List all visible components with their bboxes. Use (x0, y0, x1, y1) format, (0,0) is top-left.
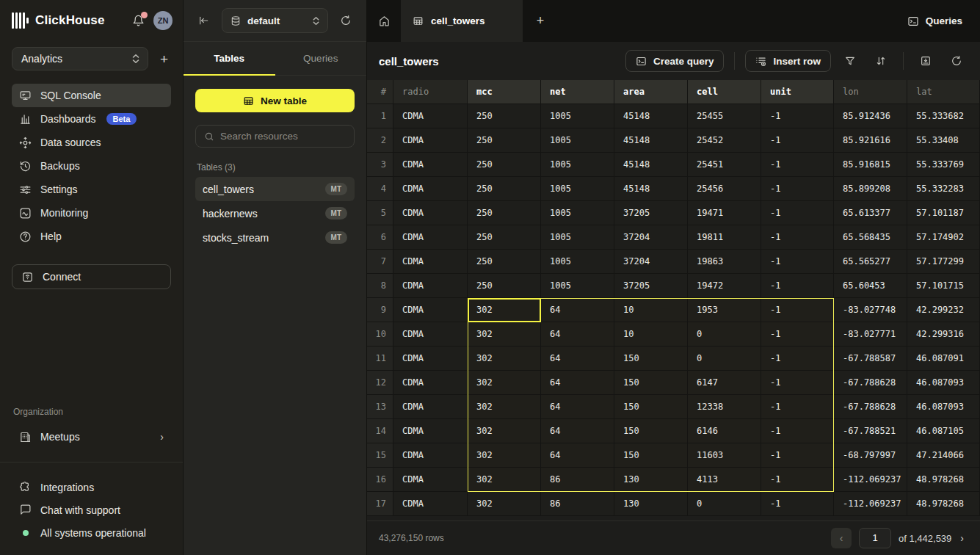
cell-radio[interactable]: CDMA (393, 468, 468, 492)
cell-radio[interactable]: CDMA (393, 274, 468, 298)
cell-radio[interactable]: CDMA (393, 153, 468, 177)
cell-net[interactable]: 64 (541, 419, 614, 443)
row-number[interactable]: 14 (367, 419, 393, 443)
row-number[interactable]: 13 (367, 395, 393, 419)
row-number[interactable]: 2 (367, 128, 393, 153)
tab-cell-towers[interactable]: cell_towers (401, 0, 523, 42)
cell-net[interactable]: 1005 (541, 201, 614, 225)
sort-button[interactable] (869, 50, 893, 72)
cell-cell[interactable]: 6147 (688, 371, 761, 395)
row-number[interactable]: 1 (367, 104, 393, 128)
cell-area[interactable]: 37204 (614, 225, 688, 250)
cell-lon[interactable]: 85.912436 (834, 104, 907, 128)
cell-mcc[interactable]: 302 (468, 371, 541, 395)
cell-lon[interactable]: 85.899208 (834, 177, 907, 201)
cell-net[interactable]: 1005 (541, 104, 614, 128)
next-page-button[interactable]: › (959, 532, 965, 544)
cell-lat[interactable]: 42.299232 (907, 298, 980, 322)
cell-unit[interactable]: -1 (761, 468, 834, 492)
cell-radio[interactable]: CDMA (393, 322, 468, 347)
cell-lat[interactable]: 46.087093 (907, 395, 980, 419)
cell-radio[interactable]: CDMA (393, 347, 468, 371)
sidebar-item-meetups[interactable]: Meetups › (12, 424, 171, 449)
cell-lat[interactable]: 55.333769 (907, 153, 980, 177)
cell-cell[interactable]: 25456 (688, 177, 761, 201)
cell-area[interactable]: 45148 (614, 128, 688, 153)
cell-net[interactable]: 1005 (541, 225, 614, 250)
cell-radio[interactable]: CDMA (393, 492, 468, 516)
cell-radio[interactable]: CDMA (393, 201, 468, 225)
column-header-radio[interactable]: radio (393, 80, 468, 104)
add-workspace-button[interactable]: + (157, 51, 171, 68)
cell-unit[interactable]: -1 (761, 201, 834, 225)
cell-net[interactable]: 1005 (541, 274, 614, 298)
cell-unit[interactable]: -1 (761, 274, 834, 298)
sidebar-item-dashboards[interactable]: Dashboards Beta (12, 107, 171, 131)
prev-page-button[interactable]: ‹ (831, 528, 852, 548)
cell-lon[interactable]: -68.797997 (834, 443, 907, 468)
cell-mcc[interactable]: 250 (468, 274, 541, 298)
cell-lon[interactable]: 65.613377 (834, 201, 907, 225)
cell-unit[interactable]: -1 (761, 322, 834, 347)
cell-radio[interactable]: CDMA (393, 395, 468, 419)
cell-area[interactable]: 150 (614, 443, 688, 468)
cell-lon[interactable]: 65.60453 (834, 274, 907, 298)
cell-area[interactable]: 45148 (614, 104, 688, 128)
cell-unit[interactable]: -1 (761, 177, 834, 201)
new-table-button[interactable]: New table (195, 89, 355, 112)
column-header-mcc[interactable]: mcc (468, 80, 541, 104)
cell-mcc[interactable]: 302 (468, 395, 541, 419)
row-number[interactable]: 15 (367, 443, 393, 468)
cell-net[interactable]: 1005 (541, 153, 614, 177)
column-header-cell[interactable]: cell (688, 80, 761, 104)
cell-mcc[interactable]: 302 (468, 468, 541, 492)
cell-lon[interactable]: 65.568435 (834, 225, 907, 250)
cell-radio[interactable]: CDMA (393, 250, 468, 274)
sidebar-item-settings[interactable]: Settings (12, 178, 171, 201)
cell-mcc[interactable]: 302 (468, 298, 541, 322)
tab-queries[interactable]: Queries (275, 42, 367, 75)
cell-net[interactable]: 1005 (541, 128, 614, 153)
cell-cell[interactable]: 6146 (688, 419, 761, 443)
cell-cell[interactable]: 25451 (688, 153, 761, 177)
notifications-button[interactable] (132, 15, 145, 27)
row-number[interactable]: 8 (367, 274, 393, 298)
filter-button[interactable] (838, 50, 862, 72)
cell-unit[interactable]: -1 (761, 128, 834, 153)
cell-net[interactable]: 64 (541, 298, 614, 322)
sidebar-item-chat-support[interactable]: Chat with support (12, 498, 171, 521)
cell-unit[interactable]: -1 (761, 153, 834, 177)
cell-lat[interactable]: 57.101715 (907, 274, 980, 298)
cell-lat[interactable]: 48.978268 (907, 468, 980, 492)
cell-unit[interactable]: -1 (761, 347, 834, 371)
cell-net[interactable]: 1005 (541, 177, 614, 201)
home-button[interactable] (367, 0, 401, 42)
row-number[interactable]: 16 (367, 468, 393, 492)
cell-unit[interactable]: -1 (761, 371, 834, 395)
cell-mcc[interactable]: 250 (468, 250, 541, 274)
cell-cell[interactable]: 19472 (688, 274, 761, 298)
column-header-lat[interactable]: lat (907, 80, 980, 104)
cell-area[interactable]: 10 (614, 322, 688, 347)
cell-lat[interactable]: 55.332283 (907, 177, 980, 201)
cell-cell[interactable]: 11603 (688, 443, 761, 468)
cell-cell[interactable]: 12338 (688, 395, 761, 419)
cell-cell[interactable]: 25452 (688, 128, 761, 153)
sidebar-item-help[interactable]: Help (12, 225, 171, 248)
cell-mcc[interactable]: 250 (468, 201, 541, 225)
cell-lat[interactable]: 46.087105 (907, 419, 980, 443)
sidebar-item-backups[interactable]: Backups (12, 154, 171, 178)
cell-net[interactable]: 64 (541, 443, 614, 468)
cell-lon[interactable]: -67.788521 (834, 419, 907, 443)
cell-mcc[interactable]: 250 (468, 128, 541, 153)
connect-button[interactable]: Connect (12, 264, 171, 289)
cell-lat[interactable]: 46.087093 (907, 371, 980, 395)
cell-lon[interactable]: -67.788587 (834, 347, 907, 371)
row-number[interactable]: 3 (367, 153, 393, 177)
cell-lat[interactable]: 55.33408 (907, 128, 980, 153)
cell-cell[interactable]: 19863 (688, 250, 761, 274)
cell-cell[interactable]: 25455 (688, 104, 761, 128)
cell-area[interactable]: 150 (614, 347, 688, 371)
list-item-hackernews[interactable]: hackernews MT (195, 201, 355, 225)
row-number[interactable]: 10 (367, 322, 393, 347)
